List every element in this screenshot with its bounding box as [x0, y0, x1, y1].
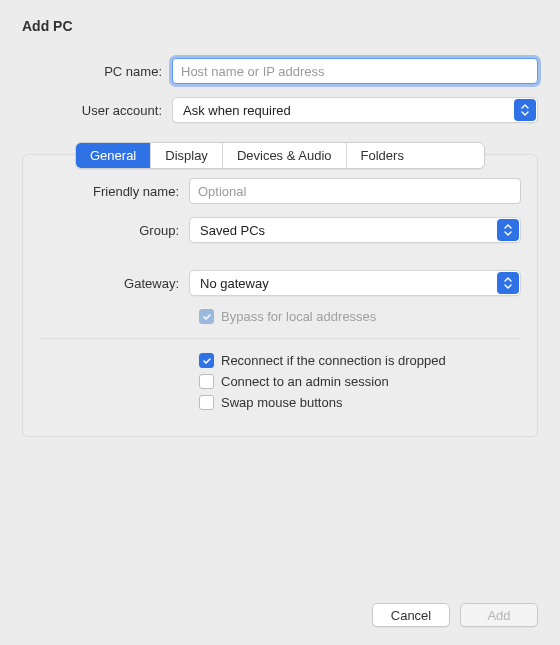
admin-session-checkbox[interactable]: [199, 374, 214, 389]
reconnect-label: Reconnect if the connection is dropped: [221, 353, 446, 368]
user-account-select[interactable]: Ask when required: [172, 97, 538, 123]
group-label: Group:: [39, 223, 189, 238]
group-row: Group: Saved PCs: [39, 217, 521, 243]
friendly-name-row: Friendly name:: [39, 178, 521, 204]
gateway-select[interactable]: No gateway: [189, 270, 521, 296]
bypass-local-checkbox: [199, 309, 214, 324]
tab-devices-audio[interactable]: Devices & Audio: [223, 143, 347, 168]
user-account-value: Ask when required: [183, 103, 291, 118]
admin-session-row: Connect to an admin session: [199, 374, 521, 389]
pc-name-row: PC name:: [22, 58, 538, 84]
cancel-button[interactable]: Cancel: [372, 603, 450, 627]
pc-name-label: PC name:: [22, 64, 172, 79]
user-account-label: User account:: [22, 103, 172, 118]
pc-name-input[interactable]: [172, 58, 538, 84]
gateway-row: Gateway: No gateway: [39, 270, 521, 296]
tab-bar: General Display Devices & Audio Folders: [75, 142, 485, 169]
reconnect-row: Reconnect if the connection is dropped: [199, 353, 521, 368]
tab-display[interactable]: Display: [151, 143, 223, 168]
bypass-local-label: Bypass for local addresses: [221, 309, 376, 324]
tab-folders[interactable]: Folders: [347, 143, 418, 168]
divider: [39, 338, 521, 339]
chevron-updown-icon: [514, 99, 536, 121]
dialog-title: Add PC: [22, 18, 538, 34]
swap-mouse-checkbox[interactable]: [199, 395, 214, 410]
admin-session-label: Connect to an admin session: [221, 374, 389, 389]
add-pc-dialog: Add PC PC name: User account: Ask when r…: [0, 0, 560, 645]
tab-content-general: Friendly name: Group: Saved PCs: [39, 178, 521, 410]
gateway-value: No gateway: [200, 276, 269, 291]
swap-mouse-row: Swap mouse buttons: [199, 395, 521, 410]
group-value: Saved PCs: [200, 223, 265, 238]
gateway-label: Gateway:: [39, 276, 189, 291]
group-select[interactable]: Saved PCs: [189, 217, 521, 243]
chevron-updown-icon: [497, 219, 519, 241]
friendly-name-label: Friendly name:: [39, 184, 189, 199]
tab-general[interactable]: General: [76, 143, 151, 168]
chevron-updown-icon: [497, 272, 519, 294]
reconnect-checkbox[interactable]: [199, 353, 214, 368]
friendly-name-input[interactable]: [189, 178, 521, 204]
swap-mouse-label: Swap mouse buttons: [221, 395, 342, 410]
dialog-footer: Cancel Add: [22, 583, 538, 627]
user-account-row: User account: Ask when required: [22, 97, 538, 123]
settings-panel: General Display Devices & Audio Folders …: [22, 154, 538, 437]
add-button[interactable]: Add: [460, 603, 538, 627]
bypass-local-row: Bypass for local addresses: [199, 309, 521, 324]
